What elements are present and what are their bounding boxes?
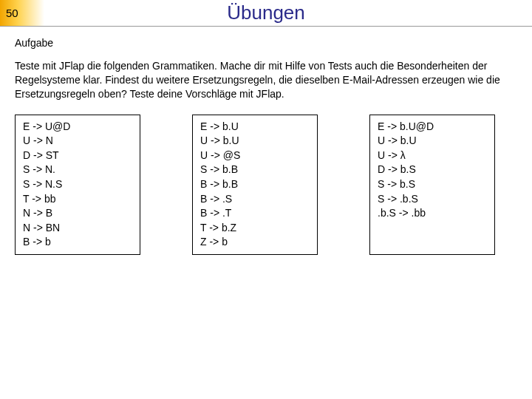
grammar-box-3: E -> b.U@D U -> b.U U -> λ D -> b.S S ->… [369,115,495,255]
grammar-box-2: E -> b.U U -> b.U U -> @S S -> b.B B -> … [192,115,318,255]
slide-header: 50 Übungen [0,0,532,27]
grammar-row: E -> U@D U -> N D -> ST S -> N. S -> N.S… [15,115,517,255]
slide-number: 50 [0,0,44,26]
grammar-box-1: E -> U@D U -> N D -> ST S -> N. S -> N.S… [15,115,140,255]
page-title: Übungen [44,1,532,24]
content-area: Aufgabe Teste mit JFlap die folgenden Gr… [0,27,532,255]
task-paragraph: Teste mit JFlap die folgenden Grammatike… [15,59,517,101]
subheading: Aufgabe [15,37,517,49]
